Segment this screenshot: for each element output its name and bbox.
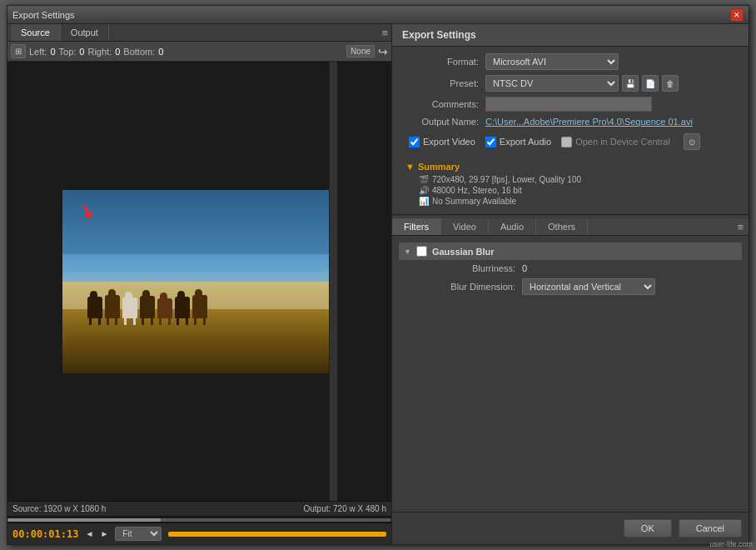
main-content: Source Output ≡ ⊞ Left: 0 Top: 0 Right: … xyxy=(7,24,749,544)
comments-input[interactable] xyxy=(485,97,652,112)
source-dimensions: Source: 1920 w X 1080 h xyxy=(12,504,106,513)
timeline-track[interactable] xyxy=(168,532,386,537)
open-device-label: Open in Device Central xyxy=(575,137,670,147)
preview-scrollbar[interactable] xyxy=(329,62,337,501)
open-device-checkbox xyxy=(561,137,572,148)
open-device-checkbox-item: Open in Device Central xyxy=(561,137,670,148)
bottom-buttons: OK Cancel xyxy=(392,512,749,544)
audio-summary-icon: 🔊 xyxy=(419,186,429,195)
device-icon-button[interactable]: ⊙ xyxy=(684,133,700,150)
export-video-label: Export Video xyxy=(423,137,475,147)
nodata-summary-icon: 📊 xyxy=(419,197,429,206)
fit-dropdown[interactable]: Fit 25% 50% 75% 100% xyxy=(115,527,162,541)
export-video-checkbox[interactable] xyxy=(409,137,420,148)
cancel-button[interactable]: Cancel xyxy=(679,519,742,538)
blurriness-label: Blurriness: xyxy=(415,263,515,273)
preset-dropdown[interactable]: NTSC DV xyxy=(485,75,619,92)
section-divider xyxy=(392,214,749,215)
bottom-value: 0 xyxy=(158,47,163,57)
title-bar: Export Settings ✕ xyxy=(7,6,749,24)
save-preset-button[interactable]: 💾 xyxy=(622,75,639,92)
filters-tabs: Filters Video Audio Others ≡ xyxy=(392,218,749,236)
summary-section: ▼ Summary 🎬 720x480, 29.97 [fps], Lower,… xyxy=(392,158,749,211)
crop-values: Left: 0 Top: 0 Right: 0 Bottom: 0 xyxy=(29,47,163,57)
export-options-row: Export Video Export Audio Open in Device… xyxy=(402,132,739,152)
preset-row: Preset: NTSC DV 💾 📄 🗑 xyxy=(402,75,739,92)
prev-frame-button[interactable]: ◄ xyxy=(85,529,93,538)
tab-video[interactable]: Video xyxy=(441,218,489,235)
export-audio-checkbox[interactable] xyxy=(485,137,496,148)
summary-title: Summary xyxy=(418,162,460,172)
comments-control xyxy=(485,97,739,112)
output-name-label: Output Name: xyxy=(402,117,485,127)
crop-button[interactable]: ⊞ xyxy=(11,44,26,58)
summary-header: ▼ Summary xyxy=(405,162,742,172)
timecode-display: 00:00:01:13 xyxy=(12,528,78,540)
right-label: Right: xyxy=(87,47,112,57)
bottom-label: Bottom: xyxy=(123,47,155,57)
status-bar: Source: 1920 w X 1080 h Output: 720 w X … xyxy=(7,501,391,516)
summary-triangle: ▼ xyxy=(405,162,415,172)
video-summary-icon: 🎬 xyxy=(419,175,429,184)
export-video-checkbox-item: Export Video xyxy=(409,137,475,148)
preset-label: Preset: xyxy=(402,78,485,88)
crop-toolbar: ⊞ Left: 0 Top: 0 Right: 0 Bottom: 0 None… xyxy=(7,42,391,62)
output-name-control: C:\User...Adobe\Premiere Pro\4.0\Sequenc… xyxy=(485,117,739,127)
export-audio-label: Export Audio xyxy=(500,137,551,147)
tab-output[interactable]: Output xyxy=(61,24,109,41)
blur-dimension-row: Blur Dimension: Horizontal and Vertical … xyxy=(415,278,742,295)
blurriness-row: Blurriness: 0 xyxy=(415,263,742,273)
filter-properties: Blurriness: 0 Blur Dimension: Horizontal… xyxy=(399,263,742,295)
left-label: Left: xyxy=(29,47,47,57)
output-dimensions: Output: 720 w X 480 h xyxy=(303,504,386,513)
output-name-link[interactable]: C:\User...Adobe\Premiere Pro\4.0\Sequenc… xyxy=(485,117,693,127)
blurriness-value: 0 xyxy=(522,263,527,273)
summary-nodata-text: No Summary Available xyxy=(432,197,516,206)
filter-expand-icon[interactable]: ▼ xyxy=(404,248,411,256)
filter-content: ▼ Gaussian Blur Blurriness: 0 Bl xyxy=(392,236,749,512)
summary-item-video: 🎬 720x480, 29.97 [fps], Lower, Quality 1… xyxy=(405,175,742,184)
format-dropdown[interactable]: Microsoft AVI xyxy=(485,53,619,70)
right-value: 0 xyxy=(115,47,120,57)
tab-menu-icon[interactable]: ≡ xyxy=(381,27,388,39)
filter-menu-icon[interactable]: ≡ xyxy=(737,221,749,233)
top-value: 0 xyxy=(79,47,84,57)
tab-filters[interactable]: Filters xyxy=(392,218,441,235)
new-preset-button[interactable]: 📄 xyxy=(642,75,659,92)
right-panel: Export Settings Format: Microsoft AVI xyxy=(392,24,749,544)
summary-video-text: 720x480, 29.97 [fps], Lower, Quality 100 xyxy=(432,175,581,184)
gaussian-blur-checkbox[interactable] xyxy=(416,246,427,257)
settings-form: Format: Microsoft AVI Preset: NTSC DV xyxy=(392,47,749,158)
preset-control: NTSC DV 💾 📄 🗑 xyxy=(485,75,739,92)
blur-dimension-label: Blur Dimension: xyxy=(415,282,515,292)
right-inner: Export Settings Format: Microsoft AVI xyxy=(392,24,749,544)
tab-audio[interactable]: Audio xyxy=(489,218,536,235)
comments-row: Comments: xyxy=(402,97,739,112)
ok-button[interactable]: OK xyxy=(624,519,672,538)
watermark: user-life.com xyxy=(709,540,753,548)
summary-item-audio: 🔊 48000 Hz, Stereo, 16 bit xyxy=(405,186,742,195)
export-settings-window: Export Settings ✕ Source Output ≡ ⊞ Left… xyxy=(7,5,749,545)
comments-label: Comments: xyxy=(402,99,485,109)
next-frame-button[interactable]: ► xyxy=(100,529,108,538)
tab-others[interactable]: Others xyxy=(536,218,588,235)
summary-audio-text: 48000 Hz, Stereo, 16 bit xyxy=(432,186,522,195)
preview-area: ↘ xyxy=(7,62,391,501)
top-label: Top: xyxy=(59,47,77,57)
tab-source[interactable]: Source xyxy=(11,24,61,41)
timeline-scroll[interactable] xyxy=(7,516,391,522)
arrow-button[interactable]: ↪ xyxy=(378,45,388,58)
format-control: Microsoft AVI xyxy=(485,53,739,70)
tab-bar: Source Output ≡ xyxy=(7,24,391,42)
format-row: Format: Microsoft AVI xyxy=(402,53,739,70)
close-button[interactable]: ✕ xyxy=(730,8,744,22)
export-settings-title: Export Settings xyxy=(392,24,749,47)
delete-preset-button[interactable]: 🗑 xyxy=(662,75,679,92)
format-label: Format: xyxy=(402,57,485,67)
window-title: Export Settings xyxy=(12,10,75,20)
none-dropdown[interactable]: None xyxy=(346,45,375,58)
blur-dimension-dropdown[interactable]: Horizontal and Vertical Horizontal Verti… xyxy=(522,278,655,295)
gaussian-blur-filter: ▼ Gaussian Blur Blurriness: 0 Bl xyxy=(399,242,742,295)
timeline-bar: 00:00:01:13 ◄ ► Fit 25% 50% 75% 100% xyxy=(7,522,391,544)
filter-header: ▼ Gaussian Blur xyxy=(399,242,742,260)
